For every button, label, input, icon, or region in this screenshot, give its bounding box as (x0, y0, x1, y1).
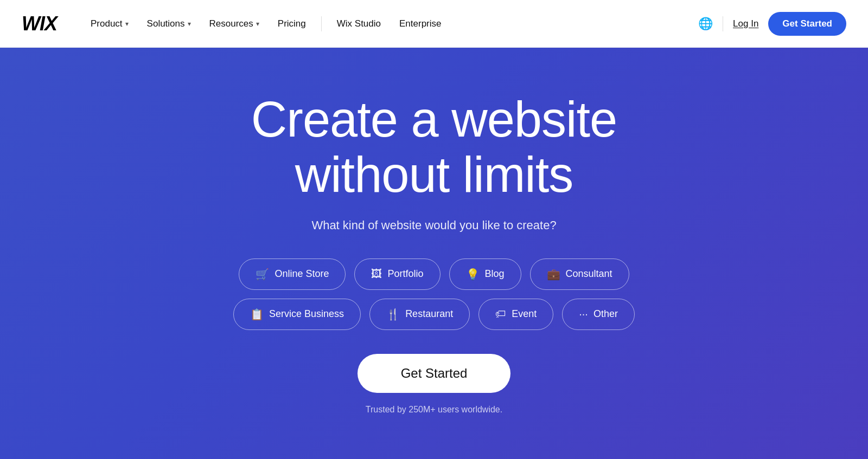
event-icon: 🏷 (495, 308, 506, 320)
category-grid: 🛒 Online Store 🖼 Portfolio 💡 Blog 💼 Cons… (233, 258, 635, 330)
category-btn-event[interactable]: 🏷 Event (478, 299, 553, 330)
category-label-consultant: Consultant (566, 268, 612, 280)
consultant-icon: 💼 (547, 268, 560, 281)
online-store-icon: 🛒 (256, 268, 269, 281)
nav-item-solutions[interactable]: Solutions ▾ (139, 14, 199, 34)
chevron-down-icon: ▾ (188, 20, 191, 28)
category-label-event: Event (512, 308, 537, 320)
nav-enterprise-label: Enterprise (399, 18, 441, 29)
service-business-icon: 📋 (250, 308, 264, 321)
category-label-blog: Blog (485, 268, 505, 280)
nav-right-divider (723, 16, 723, 31)
category-btn-service-business[interactable]: 📋 Service Business (233, 299, 361, 330)
category-label-restaurant: Restaurant (405, 308, 453, 320)
hero-get-started-button[interactable]: Get Started (358, 354, 511, 393)
category-row-1: 🛒 Online Store 🖼 Portfolio 💡 Blog 💼 Cons… (233, 258, 635, 290)
category-label-online-store: Online Store (275, 268, 329, 280)
portfolio-icon: 🖼 (371, 268, 382, 280)
nav-item-resources[interactable]: Resources ▾ (202, 14, 267, 34)
nav-links: Product ▾ Solutions ▾ Resources ▾ Pricin… (83, 14, 698, 34)
hero-title-line2: without limits (295, 147, 573, 202)
restaurant-icon: 🍴 (386, 308, 400, 321)
hero-trust-text: Trusted by 250M+ users worldwide. (366, 405, 502, 415)
chevron-down-icon: ▾ (256, 20, 259, 28)
category-btn-other[interactable]: ··· Other (562, 299, 635, 330)
nav-item-product[interactable]: Product ▾ (83, 14, 136, 34)
hero-title-line1: Create a website (251, 92, 617, 147)
category-row-2: 📋 Service Business 🍴 Restaurant 🏷 Event … (233, 299, 635, 330)
other-icon: ··· (579, 308, 588, 320)
category-btn-portfolio[interactable]: 🖼 Portfolio (354, 258, 440, 290)
nav-get-started-button[interactable]: Get Started (768, 12, 846, 36)
nav-product-label: Product (91, 18, 123, 29)
category-label-other: Other (593, 308, 618, 320)
wix-logo[interactable]: WIX (22, 12, 57, 35)
nav-item-pricing[interactable]: Pricing (270, 14, 314, 34)
login-button[interactable]: Log In (733, 18, 758, 29)
nav-divider (321, 16, 322, 31)
category-btn-consultant[interactable]: 💼 Consultant (530, 258, 629, 290)
category-btn-restaurant[interactable]: 🍴 Restaurant (369, 299, 470, 330)
navbar: WIX Product ▾ Solutions ▾ Resources ▾ Pr… (0, 0, 868, 48)
nav-pricing-label: Pricing (278, 18, 306, 29)
nav-wix-studio-label: Wix Studio (337, 18, 381, 29)
navbar-right: 🌐 Log In Get Started (698, 12, 846, 36)
nav-resources-label: Resources (209, 18, 253, 29)
nav-item-wix-studio[interactable]: Wix Studio (329, 14, 388, 34)
hero-subtitle: What kind of website would you like to c… (311, 218, 556, 232)
globe-icon[interactable]: 🌐 (698, 17, 713, 31)
category-btn-blog[interactable]: 💡 Blog (449, 258, 521, 290)
hero-title: Create a website without limits (251, 92, 617, 202)
nav-solutions-label: Solutions (147, 18, 185, 29)
chevron-down-icon: ▾ (125, 20, 129, 28)
category-label-portfolio: Portfolio (387, 268, 423, 280)
nav-item-enterprise[interactable]: Enterprise (392, 14, 449, 34)
category-btn-online-store[interactable]: 🛒 Online Store (239, 258, 346, 290)
hero-section: Create a website without limits What kin… (0, 48, 868, 459)
category-label-service-business: Service Business (269, 308, 344, 320)
blog-icon: 💡 (466, 268, 480, 281)
